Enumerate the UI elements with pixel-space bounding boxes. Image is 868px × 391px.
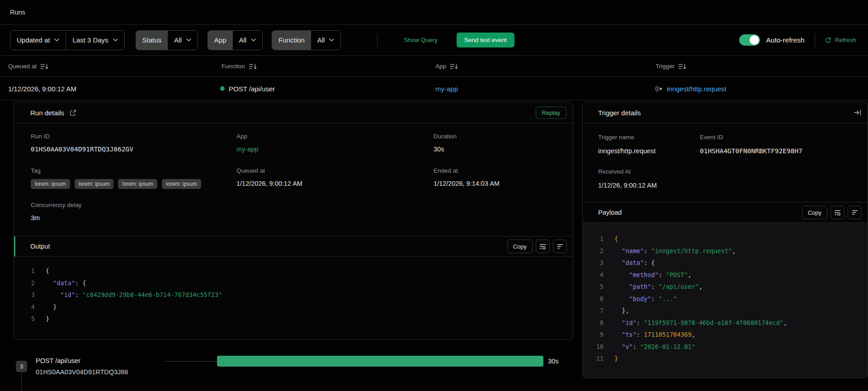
timeline-duration-bar[interactable]: [217, 356, 543, 367]
run-id-value: 01HS0AA03V04D91RTDQ3J862GV: [31, 146, 133, 153]
chevron-down-icon: [54, 38, 59, 42]
run-row-app-link[interactable]: my-app: [435, 77, 458, 100]
align-left-icon[interactable]: [848, 206, 862, 219]
sort-icon: [40, 63, 48, 70]
chevron-down-icon: [329, 38, 334, 42]
code-line: 1{: [583, 233, 868, 245]
code-line: 3 "id": "c8429dd9-29b8-44e6-b714-767d34c…: [14, 289, 573, 301]
line-number: 4: [583, 271, 604, 278]
divider: [815, 33, 815, 47]
app-label: App: [236, 133, 247, 140]
code-line: 5 "path": "/api/user",: [583, 281, 868, 293]
auto-refresh-toggle[interactable]: [739, 34, 760, 46]
run-details-header: Run details Replay: [14, 102, 573, 123]
collapse-panel-icon[interactable]: [854, 109, 861, 116]
status-filter-dropdown[interactable]: All: [168, 31, 198, 50]
queued-at-label: Queued at: [236, 167, 265, 174]
step-count-badge[interactable]: 3: [16, 361, 27, 372]
replay-button[interactable]: Replay: [536, 107, 566, 119]
divider: [377, 33, 377, 47]
line-number: 1: [14, 267, 35, 274]
chevron-down-icon: [251, 38, 256, 42]
runs-table-header: Queued at Function App Trigger: [0, 56, 868, 77]
external-link-icon[interactable]: [70, 109, 76, 116]
line-number: 7: [583, 307, 604, 314]
code-line: 10 "v": "2026-01-12.01": [583, 341, 868, 353]
tag-label: Tag: [31, 167, 41, 174]
column-header-function[interactable]: Function: [222, 56, 257, 77]
output-code-block[interactable]: 1{2 "data": {3 "id": "c8429dd9-29b8-44e6…: [14, 257, 573, 339]
run-row-trigger-link[interactable]: inngest/http.request: [655, 77, 726, 100]
column-header-queued-at[interactable]: Queued at: [8, 56, 48, 77]
code-line: 2 "name": "inngest/http.request",: [583, 245, 868, 257]
event-id-value: 01HSHA4GT0FN0NRBKTF92E98H7: [700, 147, 802, 155]
payload-copy-button[interactable]: Copy: [802, 206, 827, 219]
run-details-panel: Run details Replay Run ID 01HS0AA03V04D9…: [14, 102, 573, 340]
refresh-cluster: Auto-refresh Refresh: [739, 33, 856, 47]
timeline-connector-horizontal: [165, 361, 217, 362]
status-filter-label: Status: [136, 31, 168, 50]
show-query-link[interactable]: Show Query: [404, 37, 437, 43]
run-row-queued-at: 1/12/2026, 9:00:12 AM: [8, 77, 76, 100]
code-line: 8 "id": "119f5971-9878-46bd-a18f-4f06801…: [583, 317, 868, 329]
code-line: 6 "body": "...": [583, 293, 868, 305]
run-details-title: Run details: [30, 109, 64, 117]
line-number: 5: [14, 315, 35, 322]
send-test-event-button[interactable]: Send test event: [457, 33, 514, 47]
chevron-down-icon: [113, 38, 118, 42]
column-header-trigger[interactable]: Trigger: [656, 56, 686, 77]
tag-list: lorem: ipsumlorem: ipsumlorem: ipsumlore…: [31, 179, 201, 189]
align-left-icon[interactable]: [553, 240, 567, 253]
line-number: 10: [583, 343, 604, 350]
refresh-icon: [825, 37, 831, 43]
run-id-label: Run ID: [31, 133, 50, 140]
code-line: 3 "data": {: [583, 257, 868, 269]
function-filter-dropdown[interactable]: All: [311, 31, 341, 50]
payload-code-block[interactable]: 1{2 "name": "inngest/http.request",3 "da…: [583, 223, 868, 378]
line-number: 11: [583, 355, 604, 362]
word-wrap-icon[interactable]: [536, 240, 550, 253]
tag-badge: lorem: ipsum: [75, 179, 114, 189]
trigger-name-value: inngest/http.request: [598, 147, 656, 155]
line-number: 5: [583, 283, 604, 290]
payload-section-header: Payload Copy: [583, 202, 868, 223]
sort-field-dropdown[interactable]: Updated at: [10, 31, 66, 50]
page-title: Runs: [10, 9, 25, 16]
line-number: 6: [583, 295, 604, 302]
trigger-details-title: Trigger details: [598, 109, 641, 117]
app-filter-dropdown[interactable]: All: [233, 31, 263, 50]
ended-at-label: Ended at: [434, 167, 458, 174]
line-number: 3: [14, 291, 35, 298]
event-trigger-icon: [655, 86, 663, 92]
status-filter-group: Status All: [136, 30, 198, 50]
time-range-dropdown[interactable]: Last 3 Days: [66, 31, 124, 50]
line-number: 4: [14, 303, 35, 311]
line-number: 2: [14, 279, 35, 287]
received-at-label: Received At: [598, 168, 631, 175]
app-filter-value: All: [239, 36, 247, 44]
sort-icon: [249, 63, 257, 70]
timeline-step-id: 01HS0AA03V04D91RTDQ3J86: [36, 368, 128, 376]
line-number: 2: [583, 247, 604, 254]
timeline-duration-label: 30s: [548, 358, 558, 365]
word-wrap-icon[interactable]: [830, 206, 844, 219]
column-header-app[interactable]: App: [435, 56, 458, 77]
run-row[interactable]: 1/12/2026, 9:00:12 AM POST /api/user my-…: [0, 77, 868, 100]
toggle-knob: [750, 35, 759, 45]
output-copy-button[interactable]: Copy: [507, 240, 533, 253]
function-filter-value: All: [317, 36, 325, 44]
event-id-label: Event ID: [700, 134, 723, 141]
output-title: Output: [30, 243, 50, 250]
code-line: 5}: [14, 313, 573, 325]
app-filter-label: App: [208, 31, 233, 50]
code-line: 4 "method": "POST",: [583, 269, 868, 281]
app-filter-group: App All: [208, 30, 263, 50]
app-link[interactable]: my-app: [236, 146, 258, 153]
refresh-button[interactable]: Refresh: [825, 37, 856, 43]
chevron-down-icon: [186, 38, 191, 42]
time-range-value: Last 3 Days: [72, 36, 108, 44]
code-line: 7 },: [583, 305, 868, 317]
trigger-details-header: Trigger details: [583, 102, 868, 123]
duration-value: 30s: [434, 146, 444, 153]
function-filter-label: Function: [272, 31, 311, 50]
